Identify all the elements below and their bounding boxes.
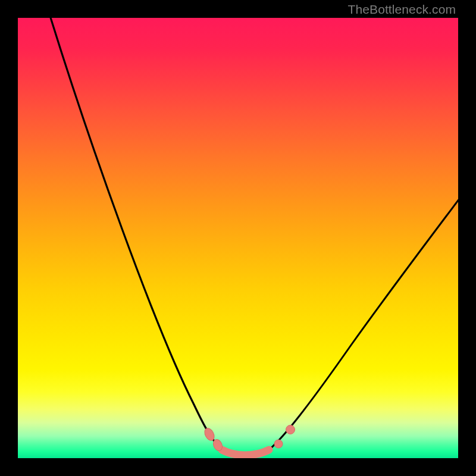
marker-dot <box>274 440 283 448</box>
marker-dot <box>286 425 295 434</box>
watermark-text: TheBottleneck.com <box>348 2 456 17</box>
bottleneck-curve-right <box>269 196 458 450</box>
plot-area <box>18 18 458 458</box>
bottleneck-curve-left <box>49 18 222 450</box>
chart-frame: TheBottleneck.com <box>0 0 476 476</box>
optimal-plateau <box>222 450 269 455</box>
curve-layer <box>18 18 458 458</box>
